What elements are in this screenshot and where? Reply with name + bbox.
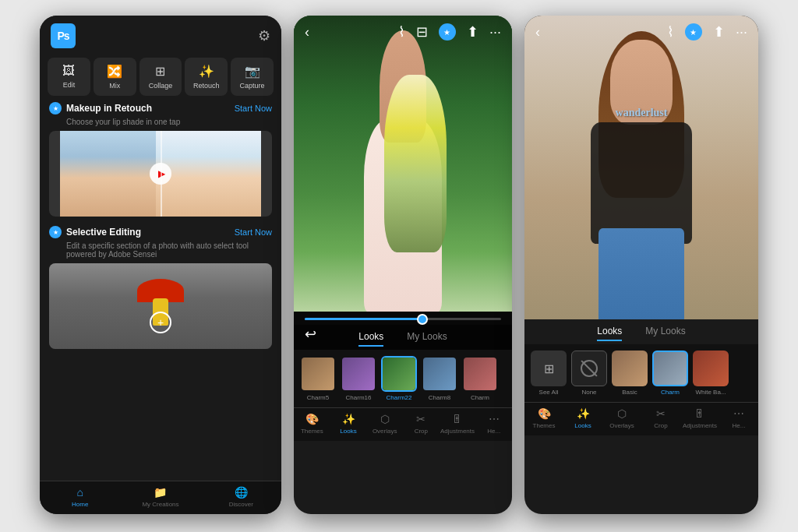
- nav2-more[interactable]: ⋯ He...: [475, 413, 512, 435]
- slider-thumb[interactable]: [417, 314, 428, 325]
- back-button-3[interactable]: ‹: [535, 24, 540, 41]
- select-circle[interactable]: +: [150, 312, 171, 333]
- themes3-label: Themes: [533, 422, 556, 429]
- tool-collage[interactable]: ⊞ Collage: [139, 58, 182, 96]
- basic-img: [612, 351, 648, 386]
- phone3-header: ‹ ⌇ ★ ⬆ ···: [524, 16, 758, 47]
- selective-start-now[interactable]: Start Now: [235, 227, 272, 237]
- nav2-overlays[interactable]: ⬡ Overlays: [366, 413, 403, 435]
- tab-my-looks[interactable]: My Looks: [407, 331, 447, 347]
- wand-icon-3[interactable]: ⌇: [667, 23, 674, 41]
- nav3-overlays[interactable]: ⬡ Overlays: [602, 407, 641, 429]
- phone2-header-icons: ⌇ ⊟ ★ ⬆ ···: [398, 23, 501, 41]
- selective-feature-header: ★ Selective Editing Start Now: [49, 226, 272, 238]
- adjustments-label: Adjustments: [440, 428, 475, 435]
- phone2-header: ‹ ⌇ ⊟ ★ ⬆ ···: [294, 16, 512, 47]
- settings-icon[interactable]: ⚙: [258, 27, 270, 44]
- selective-title-row: ★ Selective Editing: [49, 226, 141, 238]
- nav2-crop[interactable]: ✂ Crop: [403, 413, 440, 435]
- wand-icon[interactable]: ⌇: [398, 23, 405, 41]
- look3-basic[interactable]: Basic: [612, 351, 648, 396]
- charm8-label: Charm8: [429, 394, 450, 401]
- look-charm22[interactable]: Charm22: [381, 356, 417, 401]
- tool-mix[interactable]: 🔀 Mix: [94, 58, 136, 96]
- charm22-label: Charm22: [387, 394, 412, 401]
- premium-badge: ★: [439, 23, 456, 41]
- share-icon[interactable]: ⬆: [467, 23, 478, 41]
- more3-nav-icon: ⋯: [733, 407, 744, 420]
- more-icon-3[interactable]: ···: [736, 24, 747, 41]
- overlays3-label: Overlays: [609, 422, 634, 429]
- discover-icon: 🌐: [235, 486, 248, 499]
- looks3-label: Looks: [574, 422, 591, 429]
- look-charm5[interactable]: Charm5: [300, 356, 336, 401]
- phone2-main-image[interactable]: [294, 16, 512, 312]
- nav3-crop[interactable]: ✂ Crop: [641, 407, 680, 429]
- phone1-tools: 🖼 Edit 🔀 Mix ⊞ Collage ✨ Retouch 📷: [40, 55, 281, 102]
- whiteba-label: White Ba...: [695, 389, 726, 396]
- makeup-image[interactable]: ▶: [49, 131, 272, 217]
- makeup-feature-header: ★ Makeup in Retouch Start Now: [49, 102, 272, 115]
- looks-label: Looks: [340, 428, 356, 435]
- look-charm8[interactable]: Charm8: [422, 356, 457, 401]
- phone-2: ‹ ⌇ ⊟ ★ ⬆ ···: [294, 16, 512, 514]
- back-button[interactable]: ‹: [305, 24, 309, 41]
- tab-looks[interactable]: Looks: [358, 331, 383, 347]
- nav3-looks[interactable]: ✨ Looks: [563, 407, 602, 429]
- charm3-label: Charm: [661, 389, 680, 396]
- plus-icon: +: [157, 316, 164, 329]
- more3-nav-label: He...: [733, 422, 746, 429]
- nav2-adjustments[interactable]: 🎚 Adjustments: [440, 413, 476, 435]
- nav2-themes[interactable]: 🎨 Themes: [294, 413, 330, 435]
- see-all-img: ⊞: [531, 351, 567, 386]
- charm8-preview: [423, 358, 456, 390]
- undo-button[interactable]: ↩: [305, 326, 316, 343]
- nav3-more[interactable]: ⋯ He...: [719, 407, 758, 429]
- look-charm[interactable]: Charm: [462, 356, 498, 401]
- tool-capture[interactable]: 📷 Capture: [231, 58, 274, 96]
- look3-see-all[interactable]: ⊞ See All: [531, 351, 567, 396]
- charm8-img: [422, 356, 457, 392]
- phone3-looks-strip: ⊞ See All None Basic Charm: [524, 344, 758, 402]
- tab3-looks[interactable]: Looks: [597, 326, 622, 341]
- nav2-looks[interactable]: ✨ Looks: [330, 413, 367, 435]
- charm5-preview: [302, 358, 334, 390]
- phone2-nav: 🎨 Themes ✨ Looks ⬡ Overlays ✂ Crop 🎚 Adj…: [294, 407, 512, 441]
- feature-badge-2: ★: [49, 226, 62, 238]
- badge-star-2: ★: [53, 229, 58, 236]
- phone3-main-image[interactable]: wanderlust: [524, 16, 758, 319]
- slider-track[interactable]: [305, 318, 501, 320]
- nav-discover[interactable]: 🌐 Discover: [201, 486, 281, 508]
- wanderlust-text: wanderlust: [616, 107, 668, 119]
- tool-edit[interactable]: 🖼 Edit: [48, 58, 90, 96]
- phone3-looks-tabs: Looks My Looks: [524, 319, 758, 344]
- look-charm16[interactable]: Charm16: [341, 356, 376, 401]
- more-icon[interactable]: ···: [489, 24, 501, 41]
- share-icon-3[interactable]: ⬆: [713, 23, 725, 41]
- feature-badge-1: ★: [49, 102, 62, 115]
- tool-retouch[interactable]: ✨ Retouch: [185, 58, 228, 96]
- crop-label: Crop: [415, 428, 428, 435]
- selective-desc: Edit a specific section of a photo with …: [49, 241, 272, 259]
- look3-whiteba[interactable]: White Ba...: [693, 351, 729, 396]
- retouch-icon: ✨: [199, 64, 214, 79]
- mix-label: Mix: [109, 82, 120, 90]
- phone-1: Ps ⚙ 🖼 Edit 🔀 Mix ⊞ Collage ✨: [40, 16, 281, 514]
- nav-my-creations[interactable]: 📁 My Creations: [120, 486, 200, 508]
- edit-icon: 🖼: [62, 64, 75, 78]
- phone1-header: Ps ⚙: [40, 16, 281, 55]
- makeup-feature-card: ★ Makeup in Retouch Start Now Choose you…: [49, 102, 272, 217]
- look3-none[interactable]: None: [571, 351, 607, 396]
- selective-image[interactable]: +: [49, 263, 272, 349]
- look3-charm[interactable]: Charm: [652, 351, 688, 396]
- nav3-themes[interactable]: 🎨 Themes: [524, 407, 563, 429]
- themes-icon: 🎨: [305, 413, 319, 425]
- nav3-adjustments[interactable]: 🎚 Adjustments: [680, 407, 719, 429]
- nav-home[interactable]: ⌂ Home: [40, 486, 120, 508]
- makeup-start-now[interactable]: Start Now: [235, 104, 272, 113]
- compare-icon[interactable]: ⊟: [416, 23, 428, 41]
- tab3-my-looks[interactable]: My Looks: [645, 326, 685, 341]
- crop3-icon: ✂: [656, 407, 666, 420]
- badge-star-1: ★: [53, 105, 58, 112]
- home-icon: ⌂: [76, 486, 83, 499]
